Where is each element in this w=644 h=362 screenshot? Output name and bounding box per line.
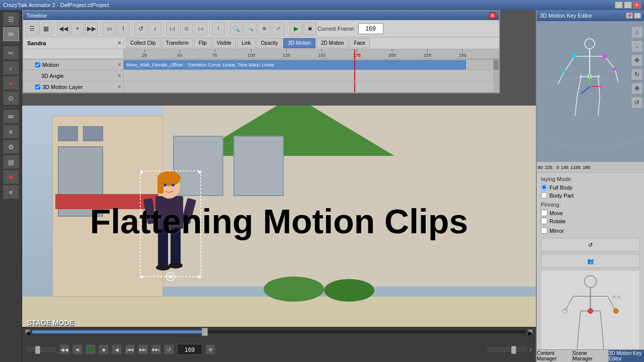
rotate-checkbox[interactable]: [541, 218, 547, 224]
flip-btn[interactable]: Flip: [194, 38, 211, 48]
toolbar-3d-btn[interactable]: 3D: [3, 27, 19, 41]
transport-prev-frame-btn[interactable]: ◀|: [72, 344, 83, 354]
maximize-button[interactable]: □: [624, 2, 632, 9]
tl-undo-btn[interactable]: ↺: [134, 22, 147, 35]
sandra-track-buttons: Collect Clip Transform Flip Visible Link…: [124, 38, 372, 48]
rp-refresh-btn[interactable]: ↺: [541, 238, 640, 252]
transport-prev-key-btn[interactable]: ◀: [112, 344, 122, 354]
link-btn[interactable]: Link: [237, 38, 255, 48]
tl-in-btn[interactable]: ▷|: [166, 22, 179, 35]
body-part-radio[interactable]: [541, 192, 547, 199]
transform-btn[interactable]: Transform: [162, 38, 193, 48]
transport-stop-btn[interactable]: ■: [99, 344, 109, 354]
title-bar: CrazyTalk Animator 2 - DefProject.ctProj…: [0, 0, 644, 10]
timeline-close-btn[interactable]: ✕: [489, 13, 496, 19]
rp-reset-btn[interactable]: ↺: [631, 97, 643, 109]
svg-point-9: [172, 184, 175, 187]
collect-clip-btn[interactable]: Collect Clip: [126, 38, 160, 48]
transport-settings-btn[interactable]: ⚙: [205, 344, 215, 354]
tl-select-btn[interactable]: ▭: [103, 22, 116, 35]
motion-clip[interactable]: Move_Walk_Female_Officer - Transition Cu…: [124, 60, 466, 69]
toolbar-dot-btn[interactable]: ●: [3, 76, 19, 90]
toolbar-record-btn[interactable]: ●: [3, 170, 19, 184]
rp-person-btn[interactable]: 👥: [541, 254, 640, 268]
tl-expand-btn[interactable]: ⤢: [272, 22, 285, 35]
transport-play-btn[interactable]: ▶: [86, 344, 96, 354]
toolbar-cut-btn[interactable]: ✂: [3, 46, 19, 60]
volume-slider-thumb[interactable]: [511, 346, 516, 354]
minimize-button[interactable]: ─: [615, 2, 623, 9]
volume-slider-track[interactable]: [487, 347, 527, 351]
3d-motion-layer-checkbox[interactable]: [35, 84, 40, 89]
scrubber-right-btn[interactable]: ▶: [528, 329, 533, 334]
tl-envelope-btn[interactable]: ⌇: [212, 22, 225, 35]
rp-expand-btn[interactable]: □: [634, 13, 641, 19]
tl-zoomout-btn[interactable]: 🔍: [244, 22, 257, 35]
toolbar-layers-btn[interactable]: ▤: [3, 155, 19, 169]
2d-motion-btn[interactable]: 2D Motion: [316, 38, 349, 48]
toolbar-bottom-btn[interactable]: ≡: [3, 185, 19, 199]
svg-point-38: [573, 54, 577, 58]
playhead[interactable]: [354, 49, 355, 59]
tl-out-btn[interactable]: |◁: [194, 22, 207, 35]
current-frame-input[interactable]: [358, 23, 383, 34]
close-button[interactable]: ✕: [633, 2, 641, 9]
scrollbar-thumb[interactable]: [494, 60, 499, 70]
toolbar-3d2-btn[interactable]: 3D: [3, 110, 19, 124]
rp-move-btn[interactable]: ✥: [631, 54, 643, 66]
3d-motion-key-editor-tab[interactable]: 3D Motion Key Editor: [609, 350, 644, 362]
rp-pin-btn[interactable]: 📌: [626, 13, 633, 19]
visible-btn[interactable]: Visible: [212, 38, 236, 48]
3d-angle-close[interactable]: ✕: [117, 73, 121, 78]
tl-stop-btn[interactable]: ■: [303, 22, 316, 35]
3d-motion-layer-close[interactable]: ✕: [117, 84, 121, 89]
tl-rewind-btn[interactable]: ◀◀: [57, 22, 70, 35]
rp-rotate-btn[interactable]: ↻: [631, 68, 643, 80]
tl-clip-btn[interactable]: ⊡: [180, 22, 193, 35]
content-manager-tab[interactable]: Content Manager: [537, 350, 573, 362]
tl-zoomin-btn[interactable]: 🔍: [229, 22, 243, 35]
rp-home-btn[interactable]: ⌂: [631, 26, 643, 38]
rp-down-btn[interactable]: ↓: [631, 40, 643, 52]
transport-first-btn[interactable]: |◀◀: [125, 344, 135, 354]
move-checkbox[interactable]: [541, 210, 547, 216]
3d-motion-btn[interactable]: 3D Motion: [283, 38, 315, 48]
scrubber-fill: [32, 330, 205, 333]
motion-track-close[interactable]: ✕: [117, 62, 121, 67]
tl-play-btn[interactable]: ▶: [289, 22, 302, 35]
transport-next-key-btn[interactable]: ▶▶|: [138, 344, 148, 354]
sandra-close-btn[interactable]: ✕: [117, 40, 121, 46]
toolbar-circle-btn[interactable]: ⊙: [3, 91, 19, 105]
tl-fit-btn[interactable]: ⊕: [258, 22, 271, 35]
tl-list-btn[interactable]: ☰: [25, 22, 38, 35]
tl-forward-btn[interactable]: ▶▶: [85, 22, 98, 35]
zoom-slider-track[interactable]: [26, 347, 56, 351]
tl-music-btn[interactable]: ♪: [148, 22, 162, 35]
face-btn[interactable]: Face: [350, 38, 370, 48]
transport-last-btn[interactable]: ▶▶|: [151, 344, 161, 354]
toolbar-select-btn[interactable]: ☰: [3, 12, 19, 26]
3d-motion-layer-track-row: 3D Motion Layer ✕: [23, 81, 493, 93]
tl-track-btn[interactable]: ▦: [39, 22, 52, 35]
timeline-scrollbar-v[interactable]: [493, 59, 499, 93]
sandra-track-label: Sandra ✕: [23, 40, 124, 46]
toolbar-music-btn[interactable]: ♪: [3, 61, 19, 75]
transport-rewind-btn[interactable]: ◀◀: [59, 344, 69, 354]
mirror-checkbox-row: Mirror: [541, 227, 640, 234]
tl-add-btn[interactable]: +: [71, 22, 84, 35]
zoom-slider-thumb[interactable]: [35, 346, 40, 354]
scrubber-thumb[interactable]: [202, 328, 208, 336]
scene-manager-tab[interactable]: Scene Manager: [573, 350, 608, 362]
scrubber-left-btn[interactable]: ◀: [25, 329, 30, 334]
transport-loop-btn[interactable]: ↺: [164, 344, 174, 354]
full-body-radio[interactable]: [541, 184, 547, 191]
opacity-btn[interactable]: Opacity: [257, 38, 283, 48]
motion-track-checkbox[interactable]: [35, 62, 40, 67]
rp-select-btn[interactable]: ✥: [631, 82, 643, 95]
toolbar-list-btn[interactable]: ≡: [3, 125, 19, 139]
3d-motion-key-editor-label: 3D Motion Key Editor: [609, 350, 644, 361]
tl-razor-btn[interactable]: ⌇: [117, 22, 130, 35]
mirror-checkbox[interactable]: [541, 227, 547, 234]
scrubber-track[interactable]: [32, 330, 526, 333]
toolbar-settings-btn[interactable]: ⚙: [3, 140, 19, 154]
